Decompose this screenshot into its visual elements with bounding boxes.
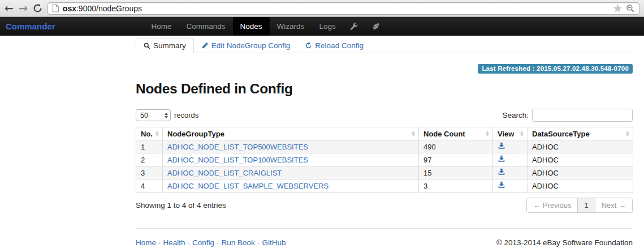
browser-reload-icon[interactable]: [33, 3, 42, 13]
address-bar[interactable]: osx:9000/nodeGroups: [47, 2, 639, 15]
bookmark-star-icon[interactable]: [613, 3, 623, 13]
nodegroup-link[interactable]: ADHOC_NODE_LIST_TOP100WEBSITES: [167, 156, 308, 164]
browser-toolbar: ← → osx:9000/nodeGroups: [0, 0, 644, 17]
search-label: Search:: [502, 111, 529, 119]
table-header-row: No. NodeGroupType Node Count View DataSo…: [136, 127, 633, 140]
nav-item-nodes[interactable]: Nodes: [233, 17, 270, 36]
app-navbar: Commander Home Commands Nodes Wizards Lo…: [0, 17, 644, 36]
tab-bar: Summary Edit NodeGroup Config Reload Con…: [136, 37, 633, 53]
previous-page-button[interactable]: ← Previous: [527, 198, 577, 212]
nav-item-logs[interactable]: Logs: [312, 17, 343, 36]
download-icon[interactable]: [498, 181, 505, 189]
last-refreshed-row: Last Refreshed : 2015.05.27.02.48.30.548…: [136, 63, 633, 74]
search-icon: [144, 42, 150, 49]
sort-icon: [412, 131, 415, 136]
nav-item-wizards[interactable]: Wizards: [270, 17, 312, 36]
search-input[interactable]: [532, 109, 633, 122]
browser-back-icon[interactable]: ←: [5, 3, 14, 14]
pencil-icon: [201, 42, 209, 49]
nodes-table: No. NodeGroupType Node Count View DataSo…: [136, 127, 633, 193]
column-header-nodecount[interactable]: Node Count: [419, 127, 493, 140]
footer-link-github[interactable]: GitHub: [262, 238, 286, 247]
page-icon: [52, 4, 59, 12]
search-control: Search:: [502, 109, 633, 122]
nav-items: Home Commands Nodes Wizards Logs: [144, 17, 387, 36]
records-select[interactable]: 50: [136, 109, 171, 121]
download-icon[interactable]: [498, 155, 505, 163]
page-title: Nodes Defined in Config: [136, 81, 633, 97]
table-row: 2 ADHOC_NODE_LIST_TOP100WEBSITES 97 ADHO…: [136, 153, 633, 166]
page-footer: Home·Health·Config·Run Book·GitHub © 201…: [136, 228, 633, 247]
column-header-nodegrouptype[interactable]: NodeGroupType: [163, 127, 419, 140]
table-controls: 50 records Search:: [136, 109, 633, 122]
sort-icon: [486, 131, 489, 136]
brand-logo[interactable]: Commander: [0, 17, 61, 36]
column-header-datasourcetype[interactable]: DataSourceType: [528, 127, 633, 140]
footer-link-health[interactable]: Health: [163, 238, 185, 247]
pagination: ← Previous 1 Next →: [526, 198, 633, 213]
column-header-view[interactable]: View: [493, 127, 528, 140]
footer-links: Home·Health·Config·Run Book·GitHub: [136, 238, 286, 247]
footer-link-config[interactable]: Config: [192, 238, 214, 247]
wrench-icon[interactable]: [343, 17, 365, 36]
refresh-icon: [305, 42, 312, 49]
nav-item-home[interactable]: Home: [144, 17, 179, 36]
select-stepper-icon: [162, 113, 168, 118]
sort-icon: [626, 131, 629, 136]
url-text: osx:9000/nodeGroups: [63, 4, 142, 13]
tab-edit-nodegroup-config[interactable]: Edit NodeGroup Config: [194, 39, 298, 53]
sort-icon: [155, 131, 159, 136]
table-row: 3 ADHOC_NODE_LIST_CRAIGLIST 15 ADHOC: [136, 166, 633, 179]
nodegroup-link[interactable]: ADHOC_NODE_LIST_TOP500WEBSITES: [167, 143, 308, 151]
table-row: 1 ADHOC_NODE_LIST_TOP500WEBSITES 490 ADH…: [136, 140, 633, 153]
next-page-button[interactable]: Next →: [595, 198, 632, 212]
records-label: records: [174, 111, 198, 119]
nav-item-commands[interactable]: Commands: [179, 17, 233, 36]
leaf-icon[interactable]: [365, 17, 387, 36]
column-header-no[interactable]: No.: [136, 127, 163, 140]
zoom-out-icon[interactable]: [626, 4, 635, 13]
browser-forward-icon[interactable]: →: [19, 3, 28, 14]
tab-summary[interactable]: Summary: [136, 38, 194, 53]
copyright-text: © 2013-2014 eBay Software Foundation: [496, 238, 633, 247]
table-row: 4 ADHOC_NODE_LIST_SAMPLE_WEBSERVERS 3 AD…: [136, 179, 633, 193]
table-footer: Showing 1 to 4 of 4 entries ← Previous 1…: [136, 198, 633, 213]
main-content: Summary Edit NodeGroup Config Reload Con…: [136, 37, 633, 213]
download-icon[interactable]: [498, 168, 505, 176]
nodegroup-link[interactable]: ADHOC_NODE_LIST_SAMPLE_WEBSERVERS: [167, 182, 329, 190]
footer-link-runbook[interactable]: Run Book: [222, 238, 255, 247]
footer-link-home[interactable]: Home: [136, 238, 156, 247]
entries-summary: Showing 1 to 4 of 4 entries: [136, 201, 226, 209]
last-refreshed-badge: Last Refreshed : 2015.05.27.02.48.30.548…: [478, 64, 633, 74]
nodegroup-link[interactable]: ADHOC_NODE_LIST_CRAIGLIST: [167, 169, 282, 177]
download-icon[interactable]: [498, 142, 505, 149]
tab-reload-config[interactable]: Reload Config: [297, 39, 371, 53]
sort-icon: [520, 131, 524, 136]
records-control: 50 records: [136, 109, 198, 121]
current-page-button[interactable]: 1: [577, 198, 594, 212]
